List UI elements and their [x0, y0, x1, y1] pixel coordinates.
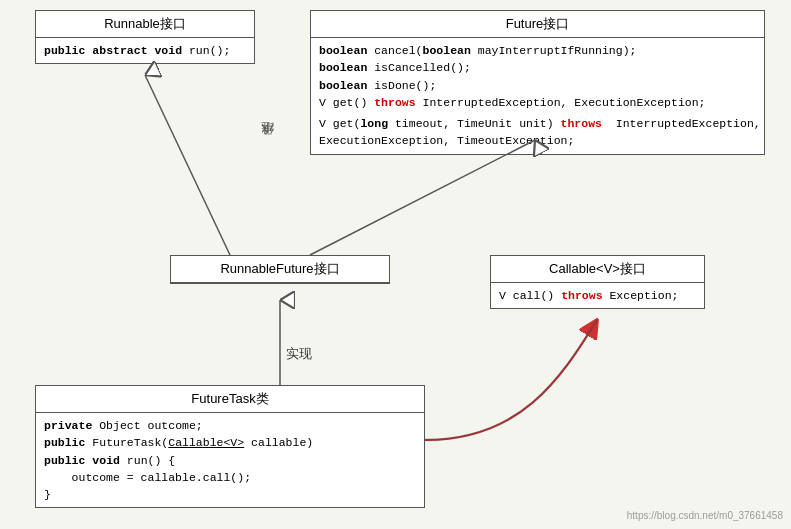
runnable-body: public abstract void run();	[36, 38, 254, 63]
kw-public: public	[44, 44, 85, 57]
ft-line-4: outcome = callable.call();	[44, 469, 416, 486]
future-line-1: boolean cancel(boolean mayInterruptIfRun…	[319, 42, 756, 59]
future-body: boolean cancel(boolean mayInterruptIfRun…	[311, 38, 764, 154]
ft-line-2: public FutureTask(Callable<V> callable)	[44, 434, 416, 451]
ft-line-5: }	[44, 486, 416, 503]
callable-line-1: V call() throws Exception;	[499, 287, 696, 304]
ft-line-1: private Object outcome;	[44, 417, 416, 434]
watermark: https://blog.csdn.net/m0_37661458	[627, 510, 783, 521]
future-task-title: FutureTask类	[36, 386, 424, 413]
svg-line-4	[310, 140, 535, 255]
runnable-line-1: public abstract void run();	[44, 42, 246, 59]
future-line-3: boolean isDone();	[319, 77, 756, 94]
ft-line-3: public void run() {	[44, 452, 416, 469]
future-line-4: V get() throws InterruptedException, Exe…	[319, 94, 756, 111]
kw-void: void	[154, 44, 182, 57]
runnable-future-title: RunnableFuture接口	[171, 256, 389, 283]
future-line-2: boolean isCancelled();	[319, 59, 756, 76]
future-task-box: FutureTask类 private Object outcome; publ…	[35, 385, 425, 508]
future-box: Future接口 boolean cancel(boolean mayInter…	[310, 10, 765, 155]
implement-label: 实现	[286, 345, 312, 363]
future-line-5: V get(long timeout, TimeUnit unit) throw…	[319, 115, 756, 132]
callable-body: V call() throws Exception;	[491, 283, 704, 308]
callable-box: Callable<V>接口 V call() throws Exception;	[490, 255, 705, 309]
future-task-body: private Object outcome; public FutureTas…	[36, 413, 424, 507]
runnable-box: Runnable接口 public abstract void run();	[35, 10, 255, 64]
diagram-container: Runnable接口 public abstract void run(); F…	[0, 0, 791, 529]
future-title: Future接口	[311, 11, 764, 38]
runnable-title: Runnable接口	[36, 11, 254, 38]
svg-line-3	[145, 75, 230, 255]
kw-abstract: abstract	[92, 44, 147, 57]
run-text: run();	[189, 44, 230, 57]
callable-title: Callable<V>接口	[491, 256, 704, 283]
runnable-future-box: RunnableFuture接口	[170, 255, 390, 284]
future-line-6: ExecutionException, TimeoutException;	[319, 132, 756, 149]
